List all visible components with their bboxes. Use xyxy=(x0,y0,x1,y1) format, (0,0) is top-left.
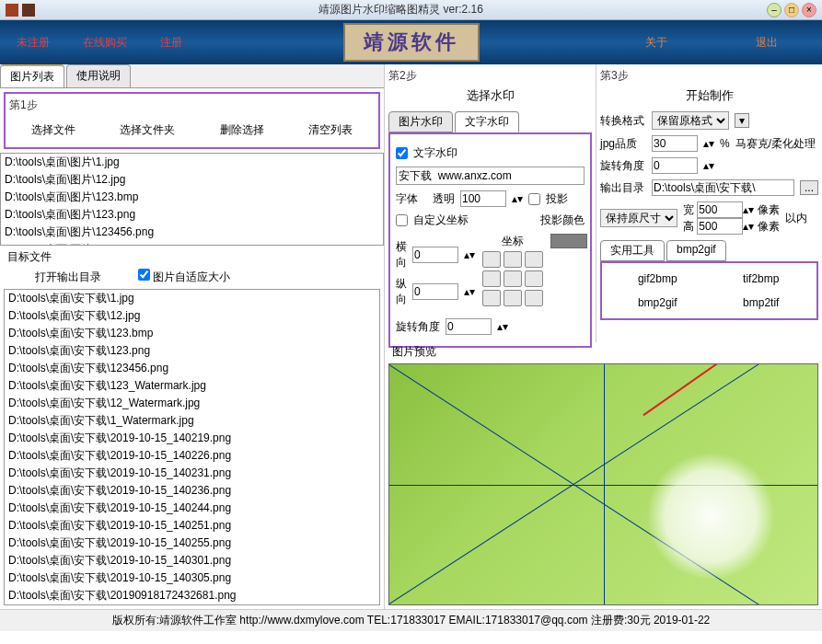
image-preview xyxy=(388,363,818,605)
minimize-button[interactable]: – xyxy=(767,3,781,17)
format-select[interactable]: 保留原格式 xyxy=(652,111,729,130)
exit-link[interactable]: 退出 xyxy=(756,35,778,51)
list-item[interactable]: D:\tools\桌面\安下载\1_Watermark.jpg xyxy=(5,412,379,430)
target-file-list[interactable]: D:\tools\桌面\安下载\1.jpgD:\tools\桌面\安下载\12.… xyxy=(4,289,380,605)
list-item[interactable]: D:\tools\桌面\安下载\2019-10-15_140251.png xyxy=(5,517,379,535)
list-item[interactable]: D:\tools\桌面\安下载\20190918172432681.png xyxy=(5,587,379,604)
select-folder-button[interactable]: 选择文件夹 xyxy=(120,122,175,138)
about-link[interactable]: 关于 xyxy=(645,35,667,51)
list-item[interactable]: D:\tools\桌面\安下载\1.jpg xyxy=(5,290,379,307)
format-more-button[interactable]: ▾ xyxy=(735,113,749,128)
list-item[interactable]: D:\tools\桌面\图片\123.bmp xyxy=(1,189,383,206)
close-button[interactable]: × xyxy=(802,3,816,17)
preview-label: 图片预览 xyxy=(385,342,822,362)
bmp2tif-button[interactable]: bmp2tif xyxy=(715,296,808,309)
list-item[interactable]: D:\tools\桌面\安下载\12_Watermark.jpg xyxy=(5,395,379,412)
mosaic-button[interactable]: 马赛克/柔化处理 xyxy=(735,136,816,152)
height-spinner[interactable] xyxy=(697,218,743,235)
jpg-quality-spinner[interactable] xyxy=(652,135,698,152)
step2-panel: 第2步 选择水印 图片水印 文字水印 文字水印 字体 透明 ▴▾ 投影 xyxy=(385,64,596,342)
text-watermark-panel: 文字水印 字体 透明 ▴▾ 投影 自定义坐标 投影颜色 xyxy=(388,132,592,348)
vy-spinner[interactable] xyxy=(412,283,458,300)
watermark-text-input[interactable] xyxy=(396,167,585,185)
list-item[interactable]: D:\tools\桌面\安下载\2019-10-15_140244.png xyxy=(5,500,379,517)
source-file-list[interactable]: D:\tools\桌面\图片\1.jpgD:\tools\桌面\图片\12.jp… xyxy=(0,153,384,246)
list-item[interactable]: D:\tools\桌面\图片\123456.png xyxy=(1,224,383,241)
size-mode-select[interactable]: 保持原尺寸 xyxy=(600,209,677,227)
app-icon xyxy=(6,4,18,17)
opacity-spinner[interactable] xyxy=(460,190,506,207)
utils-panel: gif2bmp tif2bmp bmp2gif bmp2tif xyxy=(600,261,818,320)
step2-title: 选择水印 xyxy=(388,87,592,104)
spin-icon[interactable]: ▴▾ xyxy=(512,192,523,205)
text-watermark-checkbox[interactable] xyxy=(396,147,408,159)
hx-spinner[interactable] xyxy=(412,247,458,263)
window-title: 靖源图片水印缩略图精灵 ver:2.16 xyxy=(35,2,767,17)
step2-label: 第2步 xyxy=(388,68,592,84)
footer: 版权所有:靖源软件工作室 http://www.dxmylove.com TEL… xyxy=(0,609,822,631)
shadow-color-picker[interactable] xyxy=(550,234,587,248)
tab-text-watermark[interactable]: 文字水印 xyxy=(455,111,519,132)
tab-bmp2gif[interactable]: bmp2gif xyxy=(666,240,726,261)
step3-panel: 第3步 开始制作 转换格式 保留原格式 ▾ jpg品质 ▴▾ % 马赛克/柔化处… xyxy=(596,64,822,342)
step3-label: 第3步 xyxy=(600,68,818,84)
list-item[interactable]: D:\tools\桌面\安下载\123456.png xyxy=(5,360,379,377)
buy-online-link[interactable]: 在线购买 xyxy=(83,35,127,51)
target-label: 目标文件 xyxy=(0,246,384,265)
width-spinner[interactable] xyxy=(697,201,743,218)
list-item[interactable]: D:\tools\桌面\安下载\2019-10-15_140236.png xyxy=(5,482,379,500)
custom-coord-checkbox[interactable] xyxy=(396,214,408,226)
bmp2gif-button[interactable]: bmp2gif xyxy=(611,296,704,309)
app-icon2 xyxy=(22,4,35,17)
unregistered-label: 未注册 xyxy=(17,35,50,51)
gif2bmp-button[interactable]: gif2bmp xyxy=(611,272,704,285)
spin-icon[interactable]: ▴▾ xyxy=(743,220,754,233)
select-file-button[interactable]: 选择文件 xyxy=(31,122,75,138)
step1-label: 第1步 xyxy=(9,98,375,113)
left-tabs: 图片列表 使用说明 xyxy=(0,64,384,88)
list-item[interactable]: D:\tools\桌面\安下载\2019-10-15_140226.png xyxy=(5,447,379,465)
register-link[interactable]: 注册 xyxy=(160,35,182,51)
rotate-spinner[interactable] xyxy=(446,318,492,335)
spin-icon[interactable]: ▴▾ xyxy=(497,320,508,333)
list-item[interactable]: D:\tools\桌面\安下载\2019-10-15_140231.png xyxy=(5,465,379,482)
tab-help[interactable]: 使用说明 xyxy=(66,64,131,87)
tab-image-list[interactable]: 图片列表 xyxy=(0,64,64,87)
list-item[interactable]: D:\tools\桌面\图片\123.png xyxy=(1,206,383,224)
shadow-checkbox[interactable] xyxy=(528,193,540,205)
maximize-button[interactable]: □ xyxy=(784,3,799,17)
auto-fit-checkbox[interactable]: 图片自适应大小 xyxy=(138,269,230,285)
output-dir-input[interactable] xyxy=(652,179,794,196)
spin-icon[interactable]: ▴▾ xyxy=(743,203,754,216)
open-output-button[interactable]: 打开输出目录 xyxy=(35,270,101,285)
list-item[interactable]: D:\tools\桌面\安下载\12.jpg xyxy=(5,307,379,325)
list-item[interactable]: D:\tools\桌面\安下载\2019-10-15_140219.png xyxy=(5,430,379,447)
delete-selection-button[interactable]: 删除选择 xyxy=(220,122,264,138)
list-item[interactable]: D:\tools\桌面\安下载\2019-10-15_140301.png xyxy=(5,552,379,569)
spin-icon[interactable]: ▴▾ xyxy=(703,159,714,172)
logo: 靖源软件 xyxy=(343,23,480,62)
step1-box: 第1步 选择文件 选择文件夹 删除选择 清空列表 xyxy=(4,92,380,149)
spin-icon[interactable]: ▴▾ xyxy=(703,137,714,150)
clear-list-button[interactable]: 清空列表 xyxy=(308,122,353,138)
list-item[interactable]: D:\tools\桌面\安下载\123.bmp xyxy=(5,325,379,342)
list-item[interactable]: D:\tools\桌面\安下载\2019-10-15_140255.png xyxy=(5,535,379,552)
topbar: 未注册 在线购买 注册 靖源软件 关于 退出 xyxy=(0,20,822,64)
list-item[interactable]: D:\tools\桌面\图片\1.jpg xyxy=(1,154,383,171)
tif2bmp-button[interactable]: tif2bmp xyxy=(715,272,808,285)
spin-icon[interactable]: ▴▾ xyxy=(464,248,475,261)
list-item[interactable]: D:\tools\桌面\安下载\123_Watermark.jpg xyxy=(5,377,379,395)
position-grid[interactable] xyxy=(482,251,543,306)
browse-button[interactable]: ... xyxy=(800,180,818,195)
list-item[interactable]: D:\tools\桌面\安下载\123.png xyxy=(5,342,379,360)
spin-icon[interactable]: ▴▾ xyxy=(464,285,475,298)
tab-image-watermark[interactable]: 图片水印 xyxy=(388,111,453,132)
tab-utils[interactable]: 实用工具 xyxy=(600,240,665,261)
list-item[interactable]: D:\tools\桌面\图片\12.jpg xyxy=(1,171,383,189)
step3-title: 开始制作 xyxy=(600,87,818,104)
list-item[interactable]: D:\tools\桌面\安下载\2019-10-15_140305.png xyxy=(5,569,379,587)
font-button[interactable]: 字体 xyxy=(396,191,418,207)
output-rotate-spinner[interactable] xyxy=(652,157,698,174)
titlebar: 靖源图片水印缩略图精灵 ver:2.16 – □ × xyxy=(0,0,822,20)
